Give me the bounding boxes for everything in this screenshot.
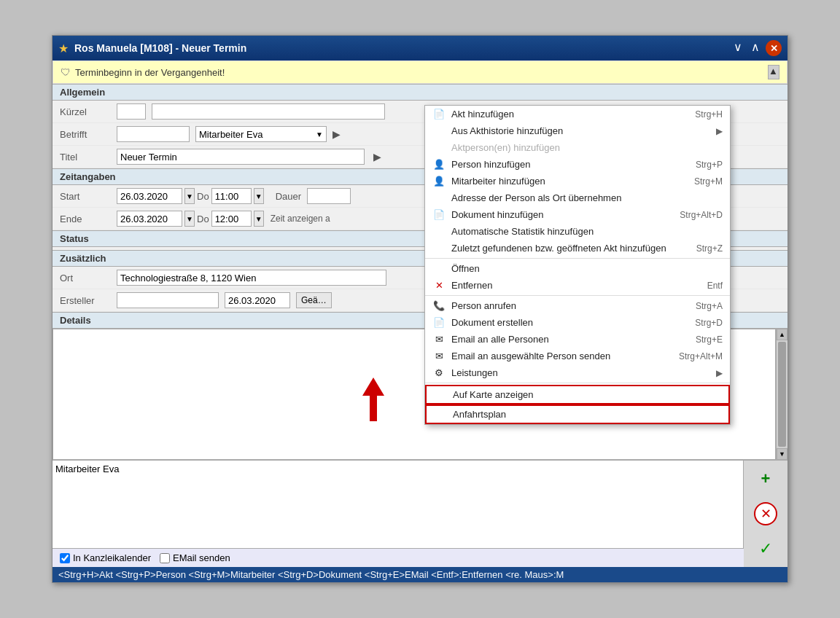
menu-label-8: Zuletzt gefundenen bzw. geöffneten Akt h… <box>451 243 666 254</box>
ende-dow: Do <box>197 214 209 224</box>
ort-input[interactable] <box>117 270 386 286</box>
zeit-anzeigen-label: Zeit anzeigen a <box>271 214 330 224</box>
scroll-thumb[interactable] <box>778 342 786 447</box>
cancel-button[interactable]: ✕ <box>754 502 777 525</box>
add-button[interactable]: + <box>761 469 771 488</box>
ende-date-input[interactable] <box>117 211 182 227</box>
participant-item: Mitarbeiter Eva <box>55 464 740 474</box>
menu-label-16: Email an ausgewählte Person senden <box>451 351 610 361</box>
menu-shortcut-17: ▶ <box>716 368 723 378</box>
dauer-input[interactable] <box>307 188 351 204</box>
menu-item-ffnen[interactable]: Öffnen <box>425 260 730 277</box>
menu-item-auf-karte-anzeigen[interactable]: Auf Karte anzeigen <box>425 385 730 404</box>
close-button[interactable]: ✕ <box>766 40 782 56</box>
menu-icon-13: 📞 <box>432 300 446 311</box>
titel-expand[interactable]: ▶ <box>373 151 381 163</box>
start-date-group: ▼ Do ▼ <box>117 188 264 204</box>
confirm-button[interactable]: ✓ <box>759 539 772 558</box>
menu-item-mitarbeiter-hinzufgen[interactable]: 👤Mitarbeiter hinzufügenStrg+M <box>425 173 730 189</box>
scroll-up[interactable]: ▲ <box>777 329 788 340</box>
menu-item-email-an-alle-personen[interactable]: ✉Email an alle PersonenStrg+E <box>425 331 730 348</box>
menu-icon-4: 👤 <box>432 176 446 187</box>
email-checkbox-item: EMail senden <box>160 552 230 563</box>
menu-label-0: Akt hinzufügen <box>451 109 514 120</box>
bottom-panel: Mitarbeiter Eva In Kanzleikalender EMail… <box>52 460 788 567</box>
menu-item-akt-hinzufgen[interactable]: 📄Akt hinzufügenStrg+H <box>425 106 730 122</box>
ende-time-input[interactable] <box>211 211 252 227</box>
window-title: Ros Manuela [M108] - Neuer Termin <box>74 42 725 54</box>
start-time-input[interactable] <box>211 188 252 204</box>
title-buttons: ∨ ∧ ✕ <box>731 40 782 56</box>
section-allgemein: Allgemein <box>52 84 788 101</box>
kurzel-input-2[interactable] <box>152 103 385 120</box>
status-bar: <Strg+H>Akt <Strg+P>Person <Strg+M>Mitar… <box>52 567 788 582</box>
star-icon: ★ <box>58 42 69 55</box>
menu-item-email-an-ausgewhlte-person-sen[interactable]: ✉Email an ausgewählte Person sendenStrg+… <box>425 348 730 364</box>
menu-item-person-anrufen[interactable]: 📞Person anrufenStrg+A <box>425 297 730 314</box>
start-date-arrow[interactable]: ▼ <box>184 188 195 204</box>
menu-item-zuletzt-gefundenen-bzw-geffnet[interactable]: Zuletzt gefundenen bzw. geöffneten Akt h… <box>425 240 730 257</box>
participants-list: Mitarbeiter Eva <box>52 461 743 477</box>
email-checkbox[interactable] <box>160 553 170 563</box>
mitarbeiter-dropdown[interactable]: Mitarbeiter Eva ▼ <box>195 126 327 142</box>
titel-label: Titel <box>60 152 111 163</box>
warning-bar: 🛡 Terminbeginn in der Vergangenheit! ▲ <box>52 60 788 84</box>
menu-item-automatische-statistik-hinzufg[interactable]: Automatische Statistik hinzufügen <box>425 223 730 240</box>
menu-icon-17: ⚙ <box>432 367 446 378</box>
scroll-up-arrow[interactable]: ▲ <box>768 65 779 79</box>
menu-item-aktpersonen-hinzufgen: Aktperson(en) hinzufügen <box>425 139 730 156</box>
menu-label-3: Person hinzufügen <box>451 159 530 170</box>
ende-time-arrow[interactable]: ▼ <box>254 211 264 227</box>
dauer-label: Dauer <box>276 191 301 202</box>
menu-label-13: Person anrufen <box>451 300 516 311</box>
menu-icon-11: ✕ <box>432 280 446 291</box>
ersteller-label: Ersteller <box>60 295 111 306</box>
geandert-button[interactable]: Geä… <box>296 292 332 308</box>
mitarbeiter-value: Mitarbeiter Eva <box>199 129 262 140</box>
menu-item-aus-akthistorie-hinzufgen[interactable]: Aus Akthistorie hinzufügen▶ <box>425 122 730 139</box>
kurzel-input-1[interactable] <box>117 103 146 120</box>
menu-shortcut-11: Entf <box>707 281 723 291</box>
menu-label-14: Dokument erstellen <box>451 317 533 328</box>
ende-date-arrow[interactable]: ▼ <box>184 211 195 227</box>
menu-icon-14: 📄 <box>432 317 446 328</box>
kanzleikalender-checkbox-item: In Kanzleikalender <box>60 552 151 563</box>
menu-item-adresse-der-person-als-ort-ber[interactable]: Adresse der Person als Ort übernehmen <box>425 189 730 206</box>
menu-icon-3: 👤 <box>432 159 446 170</box>
menu-label-7: Automatische Statistik hinzufügen <box>451 226 594 237</box>
menu-label-15: Email an alle Personen <box>451 334 549 345</box>
start-label: Start <box>60 191 111 202</box>
menu-item-person-hinzufgen[interactable]: 👤Person hinzufügenStrg+P <box>425 156 730 173</box>
scroll-down[interactable]: ▼ <box>777 448 788 460</box>
maximize-button[interactable]: ∧ <box>748 40 763 56</box>
menu-label-10: Öffnen <box>451 263 480 274</box>
ersteller-date-input[interactable] <box>225 292 290 308</box>
participants-panel: Mitarbeiter Eva <box>52 461 744 548</box>
menu-item-dokument-hinzufgen[interactable]: 📄Dokument hinzufügenStrg+Alt+D <box>425 206 730 223</box>
title-bar: ★ Ros Manuela [M108] - Neuer Termin ∨ ∧ … <box>52 36 788 60</box>
menu-shortcut-8: Strg+Z <box>696 243 723 254</box>
menu-label-20: Anfahrtsplan <box>453 409 506 420</box>
dropdown-arrow: ▼ <box>316 130 323 138</box>
start-time-arrow[interactable]: ▼ <box>254 188 264 204</box>
menu-item-entfernen[interactable]: ✕EntfernenEntf <box>425 277 730 294</box>
betrifft-expand[interactable]: ▶ <box>332 128 341 140</box>
menu-shortcut-13: Strg+A <box>696 301 723 311</box>
betrifft-input[interactable] <box>117 126 190 142</box>
menu-label-6: Dokument hinzufügen <box>451 209 543 220</box>
context-menu: 📄Akt hinzufügenStrg+HAus Akthistorie hin… <box>424 105 731 425</box>
email-label: EMail senden <box>173 552 230 563</box>
titel-input[interactable] <box>117 149 365 165</box>
start-date-input[interactable] <box>117 188 182 204</box>
menu-shortcut-16: Strg+Alt+M <box>679 351 723 361</box>
menu-item-anfahrtsplan[interactable]: Anfahrtsplan <box>425 404 730 424</box>
main-window: ★ Ros Manuela [M108] - Neuer Termin ∨ ∧ … <box>52 35 788 583</box>
kanzleikalender-checkbox[interactable] <box>60 553 70 563</box>
menu-item-leistungen[interactable]: ⚙Leistungen▶ <box>425 364 730 381</box>
menu-label-1: Aus Akthistorie hinzufügen <box>451 125 563 136</box>
menu-item-dokument-erstellen[interactable]: 📄Dokument erstellenStrg+D <box>425 314 730 331</box>
minimize-button[interactable]: ∨ <box>731 40 745 56</box>
menu-separator-18 <box>425 383 730 383</box>
ersteller-input[interactable] <box>117 292 219 308</box>
menu-icon-0: 📄 <box>432 109 446 120</box>
